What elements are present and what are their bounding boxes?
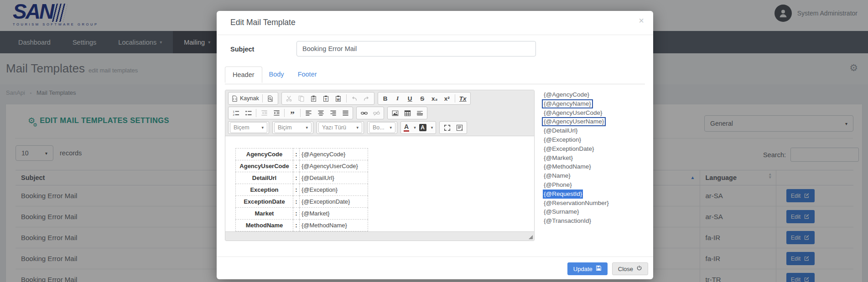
numbered-list-button[interactable]: 12	[230, 108, 242, 118]
toolbar-row: 12”	[228, 107, 531, 119]
align-left-button[interactable]	[302, 108, 314, 118]
variable-token[interactable]: {@DetailUrl}	[544, 126, 646, 135]
editor-status-bar	[225, 231, 534, 241]
tab-footer[interactable]: Footer	[291, 67, 324, 82]
increase-indent-button[interactable]	[270, 108, 282, 118]
colon-cell: :	[293, 220, 300, 231]
horizontal-rule-button[interactable]	[414, 108, 426, 118]
size-select[interactable]: Bo...▾	[369, 122, 395, 133]
format-select[interactable]: Biçim▾	[274, 122, 312, 133]
format-select-label: Biçim	[278, 124, 292, 131]
power-icon	[636, 265, 642, 271]
editor-toolbar: KaynakTWBIUSx₂x²Tx12”Biçem▾Biçim▾Yazı Tü…	[225, 90, 534, 136]
text-color-a-glyph: A	[404, 123, 409, 132]
subscript-button[interactable]: x₂	[429, 93, 441, 104]
toolbar-group: Bo...▾	[367, 121, 397, 134]
variable-token[interactable]: {@Market}	[544, 154, 646, 163]
placeholder-value-cell: {@AgencyCode}	[300, 149, 368, 160]
close-button[interactable]: Close	[612, 262, 648, 275]
variable-token[interactable]: {@Name}	[544, 171, 646, 180]
font-select-label: Yazı Türü	[322, 124, 346, 131]
variable-token[interactable]: {@ExceptionDate}	[544, 144, 646, 154]
preview-button[interactable]	[265, 93, 276, 104]
variable-token[interactable]: {@ReservationNumber}	[544, 199, 646, 208]
variable-token[interactable]: {@Exception}	[544, 135, 646, 144]
remove-format-button[interactable]: Tx	[457, 93, 469, 104]
placeholder-value-cell: {@MethodName}	[300, 220, 368, 231]
image-button[interactable]	[389, 108, 401, 118]
toolbar-separator	[455, 94, 455, 103]
tab-body[interactable]: Body	[262, 67, 291, 82]
source-button[interactable]: Kaynak	[230, 93, 260, 104]
table-icon	[404, 110, 411, 117]
link-button[interactable]	[358, 108, 370, 118]
close-icon[interactable]: ×	[639, 16, 644, 25]
background-color-button[interactable]: A▾	[418, 122, 435, 133]
variable-token[interactable]: {@Surname}	[544, 207, 646, 216]
variable-token[interactable]: {@AgencyUserCode}	[544, 108, 646, 118]
variable-token[interactable]: {@Phone}	[544, 180, 646, 190]
bold-button-glyph: B	[383, 95, 388, 102]
paste-button[interactable]	[308, 93, 320, 104]
chevron-down-icon: ▾	[431, 125, 433, 130]
modal-actions: Update Close	[567, 262, 648, 275]
editor-content-area[interactable]: AgencyCode:{@AgencyCode}AgencyUserCode:{…	[225, 136, 534, 231]
show-blocks-button[interactable]	[453, 122, 465, 133]
superscript-button-glyph: x²	[444, 95, 450, 102]
variable-token[interactable]: {@MethodName}	[544, 162, 646, 171]
bold-button[interactable]: B	[379, 93, 391, 104]
resize-grip[interactable]	[529, 235, 533, 239]
strikethrough-button[interactable]: S	[416, 93, 428, 104]
update-button[interactable]: Update	[567, 262, 608, 275]
variable-token[interactable]: {@AgencyCode}	[544, 90, 646, 99]
font-select[interactable]: Yazı Türü▾	[318, 122, 362, 133]
field-label-cell: Exception	[236, 184, 293, 196]
bulleted-list-button[interactable]	[242, 108, 254, 118]
maximize-button[interactable]	[441, 122, 453, 133]
field-label-cell: AgencyCode	[236, 149, 293, 160]
field-label-cell: Market	[236, 208, 293, 220]
power-icon	[636, 265, 642, 272]
variable-token[interactable]: {@AgencyName}	[544, 99, 646, 108]
superscript-button[interactable]: x²	[441, 93, 453, 104]
align-center-button[interactable]	[315, 108, 327, 118]
toolbar-group: Biçem▾	[228, 121, 269, 134]
variable-token[interactable]: {@AgencyUserName}	[544, 117, 646, 126]
text-color-button[interactable]: A▾	[402, 122, 417, 133]
variable-token[interactable]: {@RequestId}	[544, 190, 646, 199]
blockquote-button[interactable]: ”	[286, 108, 298, 118]
svg-text:2: 2	[233, 113, 234, 116]
modal-header: Edit Mail Template ×	[217, 11, 653, 35]
subject-input[interactable]	[296, 41, 536, 56]
toolbar-separator	[346, 94, 347, 103]
italic-button[interactable]: I	[392, 93, 404, 104]
underline-button-glyph: U	[408, 95, 412, 102]
align-right-icon	[330, 110, 337, 117]
align-justify-button[interactable]	[339, 108, 351, 118]
chevron-down-icon: ▾	[261, 125, 264, 130]
blockquote-button-glyph: ”	[290, 108, 295, 118]
placeholder-value-cell: {@ExceptionDate}	[300, 196, 368, 208]
editor-table-row: AgencyCode:{@AgencyCode}	[236, 149, 368, 160]
decrease-indent-icon	[261, 110, 268, 117]
align-right-button[interactable]	[327, 108, 339, 118]
paste-from-word-button[interactable]: W	[333, 93, 344, 104]
paste-as-text-button[interactable]: T	[320, 93, 332, 104]
decrease-indent-button	[258, 108, 270, 118]
styles-select[interactable]: Biçem▾	[230, 122, 267, 133]
bulleted-list-icon	[245, 110, 252, 117]
variable-token-outlined: {@AgencyUserName}	[542, 117, 606, 126]
variable-token[interactable]: {@TransactionId}	[544, 216, 646, 226]
toolbar-group: 12”	[228, 107, 353, 119]
underline-button[interactable]: U	[404, 93, 416, 104]
toolbar-group: A▾A▾	[400, 121, 436, 134]
chevron-down-icon: ▾	[356, 125, 359, 130]
table-button[interactable]	[401, 108, 413, 118]
chevron-down-icon: ▾	[390, 125, 392, 130]
tab-header[interactable]: Header	[225, 67, 262, 83]
field-label-cell: AgencyUserCode	[236, 160, 293, 172]
modal-footer-divider	[217, 256, 653, 257]
editor-table-row: Market:{@Market}	[236, 208, 368, 220]
paste-from-word-icon: W	[335, 95, 342, 102]
template-section-tabs: HeaderBodyFooter	[225, 67, 324, 82]
